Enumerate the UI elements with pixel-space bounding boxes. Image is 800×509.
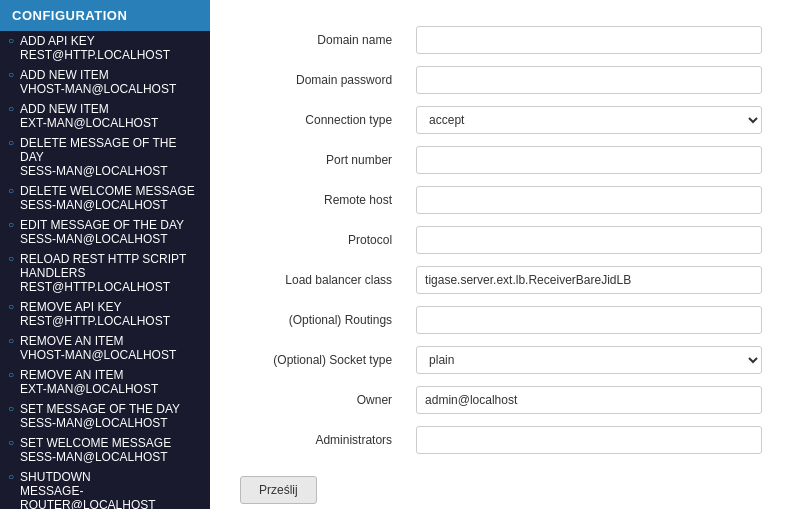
- form-label: Remote host: [240, 180, 408, 220]
- sidebar-item-subtitle: EXT-MAN@LOCALHOST: [20, 116, 202, 130]
- sidebar-item-subtitle: SESS-MAN@LOCALHOST: [20, 450, 202, 464]
- input-domain-name[interactable]: [416, 26, 762, 54]
- form-input-cell: [408, 300, 770, 340]
- sidebar-item-title: SET MESSAGE OF THE DAY: [20, 402, 202, 416]
- form-row: Owner: [240, 380, 770, 420]
- sidebar-item-title: ADD API KEY: [20, 34, 202, 48]
- sidebar-item[interactable]: ○ REMOVE AN ITEM EXT-MAN@LOCALHOST: [0, 365, 210, 399]
- sidebar-bullet-icon: ○: [8, 35, 14, 46]
- sidebar-item-title: REMOVE AN ITEM: [20, 368, 202, 382]
- submit-button[interactable]: Prześlij: [240, 476, 317, 504]
- sidebar-item[interactable]: ○ SET WELCOME MESSAGE SESS-MAN@LOCALHOST: [0, 433, 210, 467]
- form-input-cell: plainssltls: [408, 340, 770, 380]
- input-port-number[interactable]: [416, 146, 762, 174]
- sidebar-item[interactable]: ○ ADD NEW ITEM EXT-MAN@LOCALHOST: [0, 99, 210, 133]
- form-row: Port number: [240, 140, 770, 180]
- form-label: Connection type: [240, 100, 408, 140]
- sidebar-item-title: DELETE MESSAGE OF THE DAY: [20, 136, 202, 164]
- form-label: Administrators: [240, 420, 408, 460]
- input-administrators[interactable]: [416, 426, 762, 454]
- sidebar-item[interactable]: ○ EDIT MESSAGE OF THE DAY SESS-MAN@LOCAL…: [0, 215, 210, 249]
- sidebar-item[interactable]: ○ ADD API KEY REST@HTTP.LOCALHOST: [0, 31, 210, 65]
- input-optional-routings[interactable]: [416, 306, 762, 334]
- sidebar-item-subtitle: SESS-MAN@LOCALHOST: [20, 416, 202, 430]
- form-row: Domain password: [240, 60, 770, 100]
- sidebar-item-subtitle: EXT-MAN@LOCALHOST: [20, 382, 202, 396]
- sidebar-item-title: REMOVE API KEY: [20, 300, 202, 314]
- form-label: Protocol: [240, 220, 408, 260]
- form-input-cell: [408, 140, 770, 180]
- form-row: (Optional) Socket typeplainssltls: [240, 340, 770, 380]
- sidebar-item-subtitle: REST@HTTP.LOCALHOST: [20, 314, 202, 328]
- sidebar-item[interactable]: ○ SET MESSAGE OF THE DAY SESS-MAN@LOCALH…: [0, 399, 210, 433]
- sidebar-bullet-icon: ○: [8, 185, 14, 196]
- sidebar-bullet-icon: ○: [8, 437, 14, 448]
- form-row: Connection typeacceptconnects2s: [240, 100, 770, 140]
- sidebar-bullet-icon: ○: [8, 253, 14, 264]
- sidebar-bullet-icon: ○: [8, 137, 14, 148]
- form-label: (Optional) Routings: [240, 300, 408, 340]
- form-row: Protocol: [240, 220, 770, 260]
- sidebar-bullet-icon: ○: [8, 403, 14, 414]
- sidebar-item[interactable]: ○ REMOVE API KEY REST@HTTP.LOCALHOST: [0, 297, 210, 331]
- sidebar-item-subtitle: SESS-MAN@LOCALHOST: [20, 198, 202, 212]
- sidebar-item-title: ADD NEW ITEM: [20, 102, 202, 116]
- sidebar-item-subtitle: REST@HTTP.LOCALHOST: [20, 48, 202, 62]
- sidebar-item-title: DELETE WELCOME MESSAGE: [20, 184, 202, 198]
- sidebar-bullet-icon: ○: [8, 335, 14, 346]
- input-domain-password[interactable]: [416, 66, 762, 94]
- form-input-cell: [408, 420, 770, 460]
- form-row: (Optional) Routings: [240, 300, 770, 340]
- form-row: Domain name: [240, 20, 770, 60]
- sidebar-item-subtitle: SESS-MAN@LOCALHOST: [20, 232, 202, 246]
- sidebar-header: CONFIGURATION: [0, 0, 210, 31]
- form-input-cell: [408, 180, 770, 220]
- sidebar-bullet-icon: ○: [8, 69, 14, 80]
- form-label: Load balancer class: [240, 260, 408, 300]
- form-input-cell: [408, 380, 770, 420]
- form-row: Administrators: [240, 420, 770, 460]
- sidebar-item-title: SHUTDOWN: [20, 470, 202, 484]
- form-row: Load balancer class: [240, 260, 770, 300]
- form-input-cell: [408, 20, 770, 60]
- sidebar-item-subtitle: VHOST-MAN@LOCALHOST: [20, 82, 202, 96]
- form-label: (Optional) Socket type: [240, 340, 408, 380]
- sidebar-item[interactable]: ○ DELETE MESSAGE OF THE DAY SESS-MAN@LOC…: [0, 133, 210, 181]
- sidebar-item[interactable]: ○ ADD NEW ITEM VHOST-MAN@LOCALHOST: [0, 65, 210, 99]
- form-label: Domain password: [240, 60, 408, 100]
- sidebar-item-title: RELOAD REST HTTP SCRIPT HANDLERS: [20, 252, 202, 280]
- sidebar-item-title: ADD NEW ITEM: [20, 68, 202, 82]
- select-connection-type[interactable]: acceptconnects2s: [416, 106, 762, 134]
- config-form: Domain nameDomain passwordConnection typ…: [240, 20, 770, 504]
- sidebar-item-title: SET WELCOME MESSAGE: [20, 436, 202, 450]
- sidebar-bullet-icon: ○: [8, 369, 14, 380]
- form-label: Port number: [240, 140, 408, 180]
- sidebar-bullet-icon: ○: [8, 301, 14, 312]
- sidebar-item[interactable]: ○ REMOVE AN ITEM VHOST-MAN@LOCALHOST: [0, 331, 210, 365]
- sidebar-item[interactable]: ○ RELOAD REST HTTP SCRIPT HANDLERS REST@…: [0, 249, 210, 297]
- sidebar-bullet-icon: ○: [8, 471, 14, 482]
- select-optional-socket-type[interactable]: plainssltls: [416, 346, 762, 374]
- input-owner[interactable]: [416, 386, 762, 414]
- input-remote-host[interactable]: [416, 186, 762, 214]
- form-input-cell: acceptconnects2s: [408, 100, 770, 140]
- sidebar-item-title: REMOVE AN ITEM: [20, 334, 202, 348]
- form-table: Domain nameDomain passwordConnection typ…: [240, 20, 770, 460]
- sidebar-item[interactable]: ○ SHUTDOWN MESSAGE-ROUTER@LOCALHOST: [0, 467, 210, 509]
- sidebar-bullet-icon: ○: [8, 219, 14, 230]
- form-row: Remote host: [240, 180, 770, 220]
- sidebar-item-subtitle: REST@HTTP.LOCALHOST: [20, 280, 202, 294]
- form-input-cell: [408, 60, 770, 100]
- input-load-balancer-class[interactable]: [416, 266, 762, 294]
- sidebar-item-title: EDIT MESSAGE OF THE DAY: [20, 218, 202, 232]
- sidebar: CONFIGURATION ○ ADD API KEY REST@HTTP.LO…: [0, 0, 210, 509]
- form-label: Owner: [240, 380, 408, 420]
- sidebar-item-subtitle: SESS-MAN@LOCALHOST: [20, 164, 202, 178]
- sidebar-item-subtitle: MESSAGE-ROUTER@LOCALHOST: [20, 484, 202, 509]
- form-input-cell: [408, 220, 770, 260]
- main-content: Domain nameDomain passwordConnection typ…: [210, 0, 800, 509]
- sidebar-item-subtitle: VHOST-MAN@LOCALHOST: [20, 348, 202, 362]
- sidebar-item[interactable]: ○ DELETE WELCOME MESSAGE SESS-MAN@LOCALH…: [0, 181, 210, 215]
- input-protocol[interactable]: [416, 226, 762, 254]
- form-input-cell: [408, 260, 770, 300]
